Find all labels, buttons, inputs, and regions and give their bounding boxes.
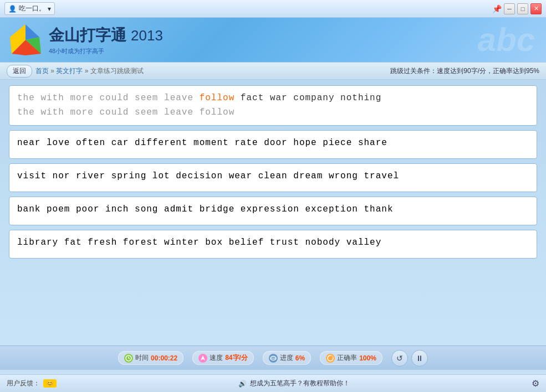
help-text: 想成为五笔高手？有教程帮助你！ xyxy=(250,379,350,388)
accuracy-value: 100% xyxy=(359,354,376,362)
typed-text: the with more could seem leave xyxy=(17,93,200,103)
control-buttons: ↺ ⏸ xyxy=(391,350,428,367)
svg-marker-7 xyxy=(201,355,205,360)
main-content: the with more could seem leave follow fa… xyxy=(0,80,546,345)
text-box-5-content: library fat fresh forest winter box beli… xyxy=(17,236,529,250)
text-box-1: the with more could seem leave follow fa… xyxy=(9,85,537,126)
breadcrumb-sep1: » xyxy=(50,67,56,75)
svg-line-6 xyxy=(129,358,130,359)
app-title-text: 金山打字通 2013 48小时成为打字高手 xyxy=(49,25,163,55)
remaining-text: fact war company nothing xyxy=(234,93,381,103)
text-box-3: visit nor river spring lot decision wear… xyxy=(9,163,537,192)
text-box-5-text: library fat fresh forest winter box beli… xyxy=(17,238,381,247)
title-bar: 👤 吃一口。 ▾ 📌 ─ □ ✕ xyxy=(0,0,546,18)
app-title-main: 金山打字通 2013 xyxy=(49,25,163,46)
current-word: follow xyxy=(200,93,235,103)
progress-stat: 进度 6% xyxy=(263,351,311,365)
app-name: 金山打字通 xyxy=(49,25,126,46)
title-bar-controls: 📌 ─ □ ✕ xyxy=(492,3,542,14)
second-line: the with more could seem leave follow xyxy=(17,107,234,117)
nav-bar: 返回 首页 » 英文打字 » 文章练习跳级测试 跳级过关条件：速度达到90字/分… xyxy=(0,62,546,80)
accuracy-stat: 正确率 100% xyxy=(320,351,382,365)
app-year: 2013 xyxy=(131,27,163,44)
feedback-icon[interactable]: 😊 xyxy=(43,379,57,388)
speed-stat: 速度 84字/分 xyxy=(192,351,254,365)
speed-label: 速度 xyxy=(210,353,223,363)
user-name: 吃一口。 xyxy=(19,4,45,13)
progress-icon xyxy=(269,354,278,363)
user-info[interactable]: 👤 吃一口。 ▾ xyxy=(4,2,55,15)
accuracy-icon xyxy=(326,354,335,363)
time-value: 00:00:22 xyxy=(151,354,177,362)
text-box-3-content: visit nor river spring lot decision wear… xyxy=(17,169,529,184)
reset-button[interactable]: ↺ xyxy=(391,350,408,367)
text-box-4-text: bank poem poor inch song admit bridge ex… xyxy=(17,204,394,214)
nav-left: 返回 首页 » 英文打字 » 文章练习跳级测试 xyxy=(7,65,144,78)
breadcrumb-home[interactable]: 首页 xyxy=(35,67,49,75)
speaker-icon[interactable]: 🔊 xyxy=(238,380,247,388)
breadcrumb-current: 文章练习跳级测试 xyxy=(90,67,144,75)
pause-button[interactable]: ⏸ xyxy=(411,350,428,367)
bottom-center: 🔊 想成为五笔高手？有教程帮助你！ xyxy=(238,379,350,388)
text-box-2-content: near love often car different moment rat… xyxy=(17,136,529,151)
speed-value: 84字/分 xyxy=(225,353,248,363)
text-box-2: near love often car different moment rat… xyxy=(9,130,537,159)
maximize-button[interactable]: □ xyxy=(517,3,528,14)
progress-value: 6% xyxy=(295,354,305,362)
app-subtitle: 48小时成为打字高手 xyxy=(49,47,163,55)
speed-icon xyxy=(198,354,207,363)
breadcrumb: 首页 » 英文打字 » 文章练习跳级测试 xyxy=(35,66,144,76)
nav-condition: 跳级过关条件：速度达到90字/分，正确率达到95% xyxy=(390,66,539,76)
time-icon xyxy=(124,354,133,363)
back-button[interactable]: 返回 xyxy=(7,65,32,78)
text-box-4: bank poem poor inch song admit bridge ex… xyxy=(9,197,537,225)
time-stat: 时间 00:00:22 xyxy=(118,351,183,365)
text-box-5: library fat fresh forest winter box beli… xyxy=(9,230,537,259)
user-avatar-icon: 👤 xyxy=(8,5,17,13)
text-box-4-content: bank poem poor inch song admit bridge ex… xyxy=(17,203,529,217)
text-box-3-text: visit nor river spring lot decision wear… xyxy=(17,171,399,181)
bottom-left: 用户反馈： 😊 xyxy=(7,379,57,388)
settings-button[interactable]: ⚙ xyxy=(532,378,539,389)
text-box-1-content: the with more could seem leave follow fa… xyxy=(17,91,529,120)
bottom-bar: 用户反馈： 😊 🔊 想成为五笔高手？有教程帮助你！ ⚙ xyxy=(0,374,546,392)
feedback-label: 用户反馈： xyxy=(7,379,40,388)
text-box-2-text: near love often car different moment rat… xyxy=(17,138,387,148)
dropdown-icon: ▾ xyxy=(48,5,51,13)
close-button[interactable]: ✕ xyxy=(530,3,542,14)
accuracy-label: 正确率 xyxy=(337,353,357,363)
app-header: 金山打字通 2013 48小时成为打字高手 xyxy=(0,18,546,62)
app-logo xyxy=(9,23,42,56)
minimize-button[interactable]: ─ xyxy=(504,3,515,14)
pin-icon[interactable]: 📌 xyxy=(492,4,502,13)
breadcrumb-sep2: » xyxy=(85,67,90,75)
breadcrumb-english[interactable]: 英文打字 xyxy=(56,67,83,75)
title-bar-left: 👤 吃一口。 ▾ xyxy=(4,2,55,15)
time-label: 时间 xyxy=(135,353,149,363)
status-bar: 时间 00:00:22 速度 84字/分 进度 6% 正确率 100% ↺ ⏸ xyxy=(0,345,546,370)
progress-label: 进度 xyxy=(280,353,293,363)
